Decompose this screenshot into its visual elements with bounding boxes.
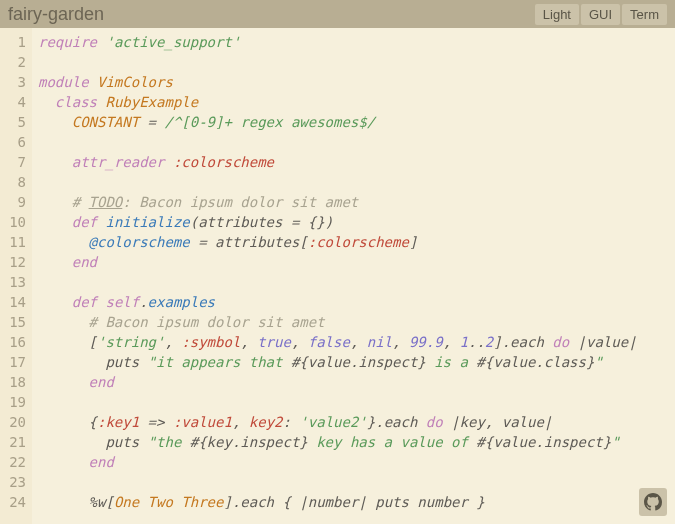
token-id <box>164 154 172 170</box>
code-line <box>38 132 669 152</box>
token-id: attributes <box>198 214 291 230</box>
token-todo: TODO <box>89 194 123 210</box>
token-const: One Two Three <box>114 494 224 510</box>
token-kw: do <box>552 334 569 350</box>
token-punc: = <box>198 234 206 250</box>
line-number-gutter: 123456789101112131415161718192021222324 <box>0 28 32 524</box>
line-number: 16 <box>4 332 26 352</box>
code-line: CONSTANT = /^[0-9]+ regex awesomes$/ <box>38 112 669 132</box>
code-line: @colorscheme = attributes[:colorscheme] <box>38 232 669 252</box>
token-punc: , <box>291 334 308 350</box>
token-interp: #{ <box>476 434 493 450</box>
token-punc: ( <box>190 214 198 230</box>
token-punc: : <box>283 414 300 430</box>
token-id <box>38 154 72 170</box>
line-number: 21 <box>4 432 26 452</box>
token-punc: { | <box>282 494 307 510</box>
line-number: 19 <box>4 392 26 412</box>
term-button[interactable]: Term <box>622 4 667 25</box>
token-sym: key2 <box>249 414 283 430</box>
token-id <box>38 214 72 230</box>
token-str: is a <box>426 354 477 370</box>
token-sym: :colorscheme <box>173 154 274 170</box>
token-punc: , <box>232 414 249 430</box>
line-number: 4 <box>4 92 26 112</box>
token-id <box>89 74 97 90</box>
token-punc: .. <box>468 334 485 350</box>
line-number: 18 <box>4 372 26 392</box>
token-id <box>38 334 89 350</box>
code-line <box>38 472 669 492</box>
token-punc: ]. <box>223 494 240 510</box>
token-punc: ] <box>409 234 417 250</box>
token-regex: /^[0-9]+ regex awesomes$/ <box>164 114 375 130</box>
token-punc: , <box>164 334 181 350</box>
header-bar: fairy-garden Light GUI Term <box>0 0 675 28</box>
line-number: 20 <box>4 412 26 432</box>
token-str: "it appears that <box>148 354 291 370</box>
github-link[interactable] <box>639 488 667 516</box>
token-def: initialize <box>105 214 189 230</box>
gui-button[interactable]: GUI <box>581 4 620 25</box>
line-number: 23 <box>4 472 26 492</box>
token-punc: = <box>148 114 156 130</box>
code-line: module VimColors <box>38 72 669 92</box>
token-str: key has a value of <box>308 434 477 450</box>
token-interp: #{ <box>476 354 493 370</box>
line-number: 6 <box>4 132 26 152</box>
token-str: 'value2' <box>299 414 366 430</box>
token-id <box>38 294 72 310</box>
token-punc: , <box>350 334 367 350</box>
line-number: 12 <box>4 252 26 272</box>
token-kw: end <box>89 374 114 390</box>
token-id: each <box>240 494 282 510</box>
token-punc: | <box>628 334 636 350</box>
line-number: 22 <box>4 452 26 472</box>
token-id: value.inspect <box>493 434 603 450</box>
token-punc: , <box>392 334 409 350</box>
token-id: each <box>384 414 426 430</box>
token-id: puts <box>105 354 147 370</box>
line-number: 2 <box>4 52 26 72</box>
token-interp: } <box>603 434 611 450</box>
token-punc: }. <box>367 414 384 430</box>
token-punc: %w[ <box>89 494 114 510</box>
token-cmt: # Bacon ipsum dolor sit amet <box>89 314 325 330</box>
code-line: # Bacon ipsum dolor sit amet <box>38 312 669 332</box>
token-punc: . <box>139 294 147 310</box>
token-punc: | <box>544 414 552 430</box>
token-id: value <box>586 334 628 350</box>
token-interp: #{ <box>190 434 207 450</box>
token-num: 2 <box>485 334 493 350</box>
token-id <box>164 414 172 430</box>
token-bool: false <box>308 334 350 350</box>
token-id <box>38 234 89 250</box>
token-id <box>38 494 89 510</box>
token-punc: , <box>240 334 257 350</box>
token-bool: nil <box>367 334 392 350</box>
token-id <box>38 314 89 330</box>
token-punc: [ <box>299 234 307 250</box>
token-id <box>139 114 147 130</box>
token-interp: #{ <box>291 354 308 370</box>
line-number: 13 <box>4 272 26 292</box>
token-kw: end <box>72 254 97 270</box>
header-buttons: Light GUI Term <box>535 4 667 25</box>
light-button[interactable]: Light <box>535 4 579 25</box>
token-id: number <box>308 494 359 510</box>
token-id <box>190 234 198 250</box>
token-kw: require <box>38 34 97 50</box>
code-line: %w[One Two Three].each { |number| puts n… <box>38 492 669 512</box>
token-num: 99.9 <box>409 334 443 350</box>
line-number: 24 <box>4 492 26 512</box>
code-line: ['string', :symbol, true, false, nil, 99… <box>38 332 669 352</box>
token-id <box>38 94 55 110</box>
token-str: 'string' <box>97 334 164 350</box>
token-id: value <box>502 414 544 430</box>
token-id: each <box>510 334 552 350</box>
token-id <box>38 374 89 390</box>
code-line: # TODO: Bacon ipsum dolor sit amet <box>38 192 669 212</box>
token-const: RubyExample <box>105 94 198 110</box>
token-id: value.inspect <box>308 354 418 370</box>
line-number: 14 <box>4 292 26 312</box>
